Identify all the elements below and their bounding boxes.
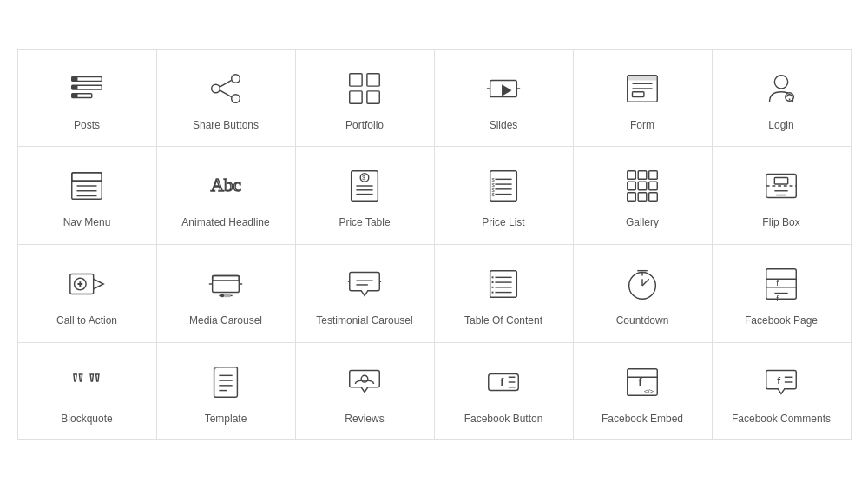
facebook-page-icon: f f: [760, 262, 803, 306]
widget-label-price-table: Price Table: [339, 216, 390, 230]
widget-item-portfolio[interactable]: Portfolio: [295, 49, 435, 148]
media-carousel-icon: [204, 262, 247, 306]
widget-item-gallery[interactable]: Gallery: [573, 146, 713, 245]
gallery-icon: [621, 164, 664, 208]
widget-item-cta[interactable]: Call to Action: [17, 244, 157, 343]
svg-rect-51: [649, 171, 658, 180]
svg-text:f: f: [500, 375, 504, 387]
navmenu-icon: [65, 164, 108, 208]
svg-text:</>: </>: [644, 387, 654, 395]
svg-point-6: [232, 75, 240, 83]
svg-line-90: [642, 279, 649, 286]
svg-rect-28: [72, 173, 102, 182]
svg-point-87: [629, 273, 656, 300]
widget-item-reviews[interactable]: Reviews: [295, 342, 435, 441]
reviews-icon: [343, 360, 386, 404]
svg-text:": ": [89, 367, 101, 400]
widget-label-portfolio: Portfolio: [345, 119, 384, 133]
share-icon: [204, 67, 247, 110]
form-icon: [621, 67, 664, 110]
svg-text:": ": [72, 367, 84, 400]
svg-rect-50: [638, 171, 647, 180]
slides-icon: [482, 67, 525, 110]
svg-text:f: f: [777, 375, 780, 386]
widget-label-template: Template: [205, 413, 247, 426]
login-icon: [760, 67, 803, 110]
widget-label-posts: Posts: [74, 119, 100, 133]
svg-rect-65: [213, 275, 240, 292]
widget-item-facebook-embed[interactable]: f </> Facebook Embed: [573, 342, 713, 441]
svg-text:f: f: [776, 278, 779, 287]
widget-label-countdown: Countdown: [616, 314, 669, 328]
widget-item-table-of-content[interactable]: Table Of Content: [434, 244, 574, 343]
widget-item-login[interactable]: Login: [712, 49, 852, 148]
widget-label-testimonial-carousel: Testimonial Carousel: [316, 314, 412, 328]
price-table-icon: $: [343, 164, 386, 208]
widget-grid: Posts Share Buttons Portfolio Slides For…: [17, 49, 851, 439]
widget-label-facebook-button: Facebook Button: [464, 413, 543, 426]
widget-item-media-carousel[interactable]: Media Carousel: [156, 244, 296, 343]
widget-item-facebook-page[interactable]: f f Facebook Page: [712, 244, 852, 343]
widget-label-media-carousel: Media Carousel: [189, 314, 262, 328]
widget-item-facebook-button[interactable]: f Facebook Button: [434, 342, 574, 441]
widget-label-navmenu: Nav Menu: [63, 216, 111, 230]
portfolio-icon: [343, 67, 386, 110]
posts-icon: [65, 67, 108, 110]
svg-rect-56: [638, 193, 647, 202]
widget-item-blockquote[interactable]: " " Blockquote: [17, 342, 157, 441]
widget-label-facebook-embed: Facebook Embed: [602, 413, 683, 426]
widget-label-share: Share Buttons: [193, 119, 259, 133]
svg-rect-13: [350, 91, 362, 103]
template-icon: [204, 360, 247, 404]
svg-point-71: [220, 294, 224, 298]
widget-label-flip-box: Flip Box: [762, 216, 799, 230]
svg-rect-3: [72, 76, 78, 81]
svg-point-72: [224, 294, 227, 298]
table-of-content-icon: [482, 262, 525, 306]
widget-label-slides: Slides: [490, 119, 518, 133]
widget-item-countdown[interactable]: Countdown: [573, 244, 713, 343]
widget-item-posts[interactable]: Posts: [17, 49, 157, 148]
svg-rect-4: [72, 85, 78, 89]
facebook-button-icon: f: [482, 360, 525, 404]
blockquote-icon: " ": [65, 360, 108, 404]
flip-box-icon: [760, 164, 803, 208]
widget-label-blockquote: Blockquote: [61, 413, 112, 426]
widget-item-facebook-comments[interactable]: f Facebook Comments: [712, 342, 852, 441]
svg-rect-49: [628, 171, 636, 180]
widget-item-animated-headline[interactable]: Abc Animated Headline: [156, 146, 296, 245]
svg-point-73: [227, 294, 231, 298]
widget-label-price-list: Price List: [482, 216, 524, 230]
svg-rect-11: [350, 74, 362, 86]
widget-item-navmenu[interactable]: Nav Menu: [17, 146, 157, 245]
widget-item-price-table[interactable]: $ Price Table: [295, 146, 435, 245]
svg-rect-52: [628, 182, 636, 191]
svg-rect-12: [367, 74, 379, 86]
widget-item-form[interactable]: Form: [573, 49, 713, 148]
widget-item-price-list[interactable]: $ $ $ $ Price List: [434, 146, 574, 245]
svg-rect-53: [638, 182, 647, 191]
widget-item-testimonial-carousel[interactable]: Testimonial Carousel: [295, 244, 435, 343]
svg-text:Abc: Abc: [211, 175, 241, 195]
widget-label-reviews: Reviews: [345, 413, 384, 426]
svg-rect-23: [628, 75, 658, 80]
widget-label-facebook-comments: Facebook Comments: [732, 413, 831, 426]
widget-item-slides[interactable]: Slides: [434, 49, 574, 148]
svg-rect-60: [774, 178, 787, 185]
widget-label-cta: Call to Action: [56, 314, 117, 328]
widget-item-template[interactable]: Template: [156, 342, 296, 441]
price-list-icon: $ $ $ $: [482, 164, 525, 208]
svg-rect-92: [766, 269, 797, 300]
svg-point-24: [774, 75, 787, 88]
widget-item-flip-box[interactable]: Flip Box: [712, 146, 852, 245]
widget-label-form: Form: [630, 119, 654, 133]
widget-label-table-of-content: Table Of Content: [464, 314, 542, 328]
animated-headline-icon: Abc: [204, 164, 247, 208]
testimonial-carousel-icon: [343, 262, 386, 306]
facebook-comments-icon: f: [760, 360, 803, 404]
svg-rect-14: [367, 91, 379, 103]
svg-rect-57: [649, 193, 658, 202]
svg-line-9: [220, 80, 231, 87]
widget-item-share[interactable]: Share Buttons: [156, 49, 296, 148]
svg-text:$: $: [492, 193, 496, 198]
